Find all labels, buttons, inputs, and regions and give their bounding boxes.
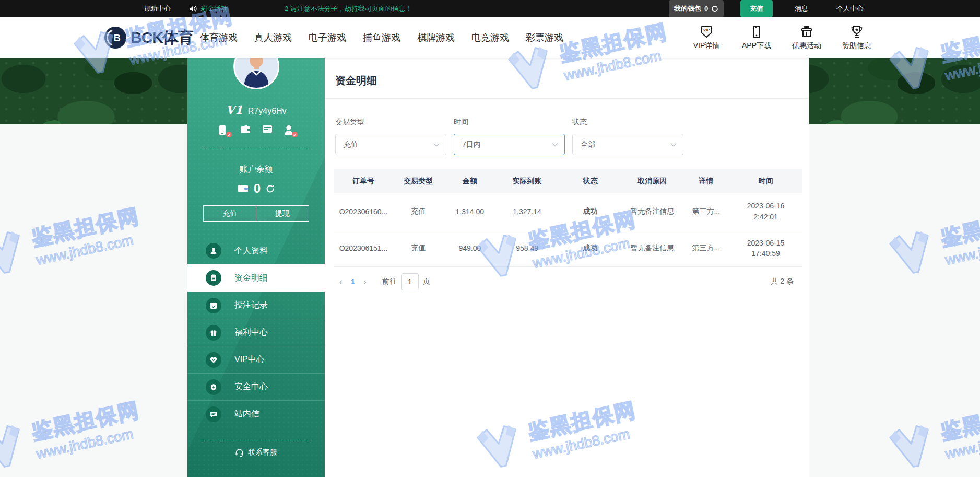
status-badge: 成功 <box>559 193 622 230</box>
prev-page-button[interactable]: ‹ <box>335 276 347 287</box>
balance-refresh-icon[interactable] <box>266 184 275 193</box>
watermark-url: www.jhdb8.com <box>944 424 980 462</box>
total-count: 共 2 条 <box>771 277 794 286</box>
document-icon <box>206 270 221 286</box>
sidebar-item-label: 资金明细 <box>234 273 268 284</box>
watermark-title: 鉴黑担保网 <box>29 202 142 252</box>
nav-item-sports[interactable]: 体育游戏 <box>200 31 238 44</box>
messages-link[interactable]: 消息 <box>795 0 808 17</box>
deposit-button[interactable]: 充值 <box>203 205 256 222</box>
transaction-type-select[interactable]: 充值 <box>335 134 446 155</box>
sidebar-item-inbox[interactable]: 站内信 <box>187 400 325 427</box>
cell-reason: 暂无备注信息 <box>622 230 682 266</box>
phone-verify-icon[interactable] <box>218 125 229 135</box>
chevron-down-icon <box>552 143 558 147</box>
my-wallet-button[interactable]: 我的钱包 0 <box>669 0 724 17</box>
nav-item-slots[interactable]: 电子游戏 <box>309 31 346 44</box>
balance-label: 账户余额 <box>187 164 325 175</box>
gift-icon <box>206 325 221 341</box>
wallet-icon[interactable] <box>240 125 251 135</box>
cell-detail-link[interactable]: 第三方... <box>682 230 729 266</box>
watermark: 鉴黑担保网www.jhdb8.com <box>883 202 980 280</box>
member-icon[interactable] <box>284 125 294 135</box>
notice-text: 2 请注意不法分子，劫持我司页面的信息！ <box>285 4 412 14</box>
filter-label: 状态 <box>572 118 683 127</box>
sidebar-item-label: 安全中心 <box>234 381 268 392</box>
funds-detail-panel: 资金明细 交易类型 充值 时间 7日内 状态 全部 <box>325 58 809 477</box>
topbar-recharge-label: 充值 <box>750 4 763 14</box>
next-page-button[interactable]: › <box>359 276 371 287</box>
title-divider <box>325 98 809 99</box>
nav-item-chess[interactable]: 棋牌游戏 <box>417 31 455 44</box>
refresh-icon[interactable] <box>711 5 718 13</box>
vip-level: V1 <box>226 103 242 117</box>
col-actual: 实际到账 <box>495 169 559 193</box>
status-badge: 成功 <box>559 230 622 266</box>
vip-heart-icon <box>206 352 221 368</box>
withdraw-label: 提现 <box>275 209 290 218</box>
nav-item-esports[interactable]: 电竞游戏 <box>471 31 509 44</box>
filter-transaction-type: 交易类型 充值 <box>335 118 446 155</box>
vip-badge-icon: VIP <box>700 25 713 39</box>
watermark-logo-icon <box>0 420 32 474</box>
watermark: 鉴黑担保网www.jhdb8.com <box>883 395 980 474</box>
cell-detail-link[interactable]: 第三方... <box>682 193 729 230</box>
filters: 交易类型 充值 时间 7日内 状态 全部 <box>335 118 809 155</box>
headset-icon <box>235 448 244 457</box>
watermark-title: 鉴黑担保网 <box>29 395 142 446</box>
sidebar-item-funds[interactable]: 资金明细 <box>187 264 325 292</box>
vip-details-link[interactable]: VIP VIP详情 <box>687 25 726 51</box>
cell-order: O202306151... <box>334 230 393 266</box>
watermark: 鉴黑担保网www.jhdb8.com <box>0 395 145 474</box>
vip-details-label: VIP详情 <box>693 41 720 51</box>
col-reason: 取消原因 <box>622 169 682 193</box>
goto-page-input[interactable] <box>401 273 419 290</box>
brand-logo-icon: B <box>104 27 126 49</box>
cell-type: 充值 <box>393 230 444 266</box>
sidebar-item-vip[interactable]: VIP中心 <box>187 346 325 373</box>
status-select[interactable]: 全部 <box>572 134 683 155</box>
goto-page-group: 前往 页 <box>382 273 430 290</box>
goto-label: 前往 <box>382 277 397 286</box>
withdraw-button[interactable]: 提现 <box>256 205 309 222</box>
cell-amount: 949.00 <box>444 230 496 266</box>
promo-label: 彩金活动 <box>200 4 228 14</box>
help-center-link[interactable]: 帮助中心 <box>144 0 171 17</box>
brand-logo[interactable]: B BCK体育 <box>104 27 193 49</box>
watermark-logo-icon <box>883 226 941 280</box>
nav-item-fishing[interactable]: 捕鱼游戏 <box>363 31 400 44</box>
sidebar-item-profile[interactable]: 个人资料 <box>187 237 325 264</box>
cell-reason: 暂无备注信息 <box>622 193 682 230</box>
sidebar-item-label: VIP中心 <box>234 354 265 365</box>
app-download-link[interactable]: APP下载 <box>737 25 776 51</box>
sidebar-item-label: 福利中心 <box>234 327 268 338</box>
watermark-url: www.jhdb8.com <box>35 424 146 462</box>
user-icon <box>206 243 221 259</box>
filter-time: 时间 7日内 <box>454 118 565 155</box>
navbar: B BCK体育 体育游戏 真人游戏 电子游戏 捕鱼游戏 棋牌游戏 电竞游戏 彩票… <box>0 17 980 58</box>
wallet-amount: 0 <box>704 5 708 13</box>
watermark-title: 鉴黑担保网 <box>938 202 980 252</box>
promo-link[interactable]: 彩金活动 <box>189 0 228 17</box>
sidebar-item-security[interactable]: 安全中心 <box>187 373 325 400</box>
account-sidebar: V1 R7y4y6Hv 账户余额 0 充值 提现 个人资料 <box>187 58 325 477</box>
promotions-link[interactable]: 优惠活动 <box>787 25 826 51</box>
page-number[interactable]: 1 <box>347 277 359 286</box>
select-value: 充值 <box>344 140 358 149</box>
sidebar-item-bets[interactable]: 投注记录 <box>187 292 325 319</box>
topbar-recharge-button[interactable]: 充值 <box>740 0 773 17</box>
time-select[interactable]: 7日内 <box>454 134 565 155</box>
help-center-label: 帮助中心 <box>144 4 171 14</box>
chevron-down-icon <box>670 143 677 147</box>
speaker-icon <box>189 5 197 13</box>
sponsor-info-link[interactable]: 赞助信息 <box>837 25 877 51</box>
sidebar-item-welfare[interactable]: 福利中心 <box>187 319 325 346</box>
profile-link[interactable]: 个人中心 <box>836 0 864 17</box>
contact-support-link[interactable]: 联系客服 <box>187 448 325 457</box>
time-clock: 2:42:01 <box>729 212 802 222</box>
cell-time: 2023-06-1517:40:59 <box>729 230 802 266</box>
nav-item-live[interactable]: 真人游戏 <box>254 31 292 44</box>
nav-item-lottery[interactable]: 彩票游戏 <box>526 31 563 44</box>
bank-card-icon[interactable] <box>262 125 273 135</box>
time-clock: 17:40:59 <box>729 248 802 259</box>
